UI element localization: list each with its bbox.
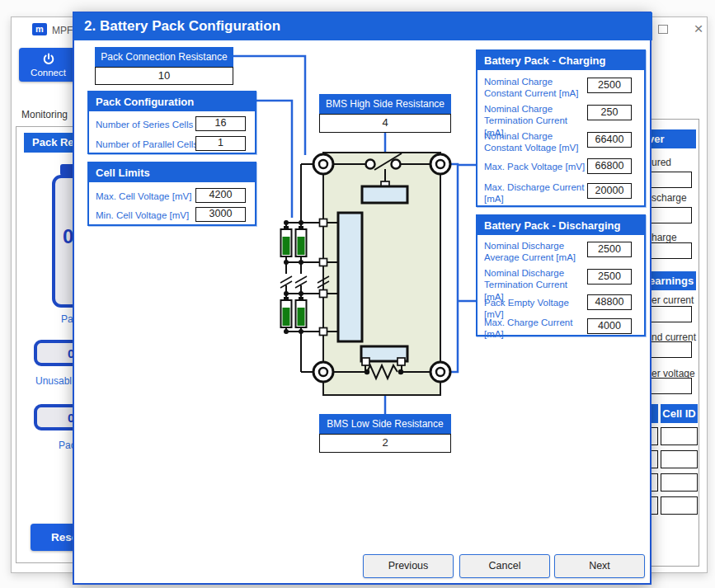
maximize-icon[interactable] (658, 25, 668, 34)
right-input-2[interactable] (648, 207, 692, 223)
nominal-charge-constant-current-label: Nominal Charge Constant Current [mA] (484, 76, 586, 100)
shunt-resistor (367, 365, 397, 379)
battery-cells (281, 220, 307, 334)
max-discharge-current-input[interactable]: 20000 (587, 183, 632, 199)
bms-high-side-label: BMS High Side Resistance [mΩ] (319, 94, 451, 114)
nominal-discharge-average-current-label: Nominal Discharge Average Current [mA] (484, 240, 586, 264)
right-input-3[interactable] (648, 242, 692, 259)
nominal-charge-termination-current-input[interactable]: 250 (587, 105, 632, 120)
charging-header: Battery Pack - Charging (477, 51, 644, 70)
discharging-header: Battery Pack - Discharging (477, 216, 644, 235)
nominal-discharge-termination-current-input[interactable]: 2500 (587, 269, 632, 285)
pack-connection-resistance-input[interactable]: 10 (95, 67, 233, 85)
connect-button[interactable]: Connect (19, 48, 78, 82)
connect-label: Connect (31, 68, 66, 78)
mps-logo: m (32, 23, 47, 35)
series-cells-label: Number of Series Cells (96, 119, 193, 130)
switch-nub (381, 181, 389, 186)
parallel-cells-input[interactable]: 1 (195, 136, 246, 151)
nominal-charge-constant-current-input[interactable]: 2500 (587, 78, 632, 93)
close-icon[interactable]: × (689, 20, 708, 38)
bms-board (323, 153, 440, 395)
bms-ic-block (338, 213, 362, 341)
max-charge-current-input[interactable]: 4000 (587, 318, 632, 334)
next-button[interactable]: Next (554, 554, 645, 578)
pack-terminals (313, 154, 450, 382)
max-pack-voltage-label: Max. Pack Voltage [mV] (484, 161, 586, 172)
cancel-button[interactable]: Cancel (459, 554, 550, 578)
nominal-discharge-average-current-input[interactable]: 2500 (587, 242, 632, 257)
switch-contact (392, 160, 401, 169)
max-cell-voltage-label: Max. Cell Voltage [mV] (96, 191, 191, 202)
pack-configuration-header: Pack Configuration (89, 92, 255, 111)
power-icon (42, 53, 55, 66)
series-cells-input[interactable]: 16 (195, 116, 246, 131)
cell-table-cell[interactable] (661, 450, 698, 468)
dialog-title: 2. Battery Pack Configuration (73, 12, 652, 40)
cell-tap-pins (320, 219, 327, 336)
break-marks (280, 276, 329, 288)
right-input-5[interactable] (648, 341, 692, 358)
right-label-1: ured (651, 157, 671, 168)
cell-table-cell[interactable] (661, 427, 698, 445)
max-discharge-current-label: Max. Discharge Current [mA] (484, 181, 586, 205)
nominal-charge-constant-voltage-label: Nominal Charge Constant Voltage [mV] (484, 130, 586, 154)
bms-low-side-label: BMS Low Side Resistance [mΩ] (319, 414, 451, 434)
pack-configuration-panel: Pack Configuration Number of Series Cell… (87, 91, 256, 154)
cell-limits-panel: Cell Limits Max. Cell Voltage [mV] 4200 … (87, 162, 256, 226)
cell-table-cell[interactable] (661, 496, 698, 515)
bms-high-side-input[interactable]: 4 (319, 114, 451, 133)
right-label-2: scharge (651, 192, 687, 204)
low-side-block (361, 346, 407, 361)
junction-dots (284, 220, 303, 334)
right-label-4: er current (651, 294, 694, 306)
min-cell-voltage-label: Min. Cell Voltage [mV] (96, 209, 189, 221)
high-side-fet-block (362, 186, 407, 203)
max-cell-voltage-input[interactable]: 4200 (195, 188, 246, 203)
discharging-panel: Battery Pack - Discharging Nominal Disch… (476, 214, 646, 336)
stat-box-1-label: Unusabl (35, 375, 72, 387)
right-input-1[interactable] (648, 172, 692, 188)
nominal-charge-constant-voltage-input[interactable]: 66400 (587, 132, 632, 148)
battery-pack-config-dialog: 2. Battery Pack Configuration (73, 12, 651, 585)
tab-monitoring[interactable]: Monitoring (21, 109, 68, 120)
right-input-4[interactable] (648, 306, 692, 322)
max-pack-voltage-input[interactable]: 66800 (587, 158, 632, 174)
parallel-cells-label: Number of Parallel Cells (96, 139, 198, 150)
bms-low-side-input[interactable]: 2 (319, 434, 451, 453)
cell-limits-header: Cell Limits (89, 163, 255, 182)
pack-connection-resistance-label: Pack Connection Resistance [mΩ] (95, 47, 233, 67)
max-charge-current-label: Max. Charge Current [mA] (484, 317, 586, 341)
charging-panel: Battery Pack - Charging Nominal Charge C… (476, 49, 646, 207)
cell-id-header: Cell ID (661, 404, 698, 423)
pack-empty-voltage-input[interactable]: 48800 (587, 294, 632, 310)
cell-table-cell[interactable] (661, 473, 698, 492)
right-label-3: harge (651, 232, 677, 243)
switch-contact (366, 160, 375, 169)
wiring (286, 153, 440, 372)
right-input-6[interactable] (648, 378, 692, 394)
min-cell-voltage-input[interactable]: 3000 (195, 207, 246, 222)
previous-button[interactable]: Previous (363, 554, 454, 578)
